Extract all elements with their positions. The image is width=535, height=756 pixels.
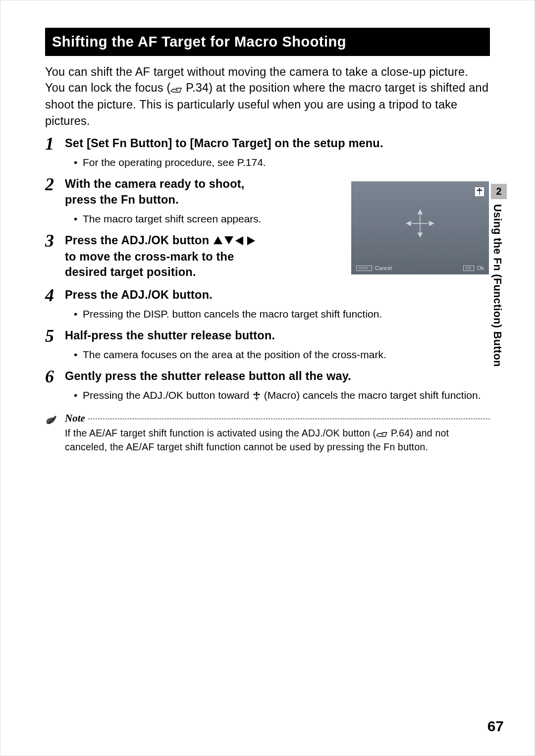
step-1-bullet: For the operating procedure, see P.174. (74, 156, 490, 169)
step-6-bullet-pre: Pressing the ADJ./OK button toward (83, 389, 252, 401)
svg-point-4 (256, 394, 258, 396)
step-number-1: 1 (45, 135, 65, 153)
page-number: 67 (487, 718, 504, 735)
disp-keycap: DISP. (356, 266, 372, 271)
step-6: 6 Gently press the shutter release butto… (45, 369, 490, 406)
svg-marker-16 (407, 221, 411, 225)
svg-marker-15 (418, 233, 422, 237)
side-tab: 2 Using the Fn (Function) Button (491, 184, 507, 367)
step-5: 5 Half-press the shutter release button.… (45, 328, 490, 365)
cancel-label: Cancel (375, 265, 392, 271)
step-1: 1 Set [Set Fn Button] to [Macro Target] … (45, 136, 490, 172)
note-label: Note (65, 412, 85, 425)
step-5-bullet: The camera focuses on the area at the po… (74, 348, 490, 362)
intro-paragraph: You can shift the AF target without movi… (45, 64, 490, 129)
step-6-bullet-post: (Macro) cancels the macro target shift f… (261, 389, 481, 401)
note-ref: P.64 (388, 428, 410, 438)
note-text: If the AE/AF target shift function is ac… (65, 427, 490, 454)
note-divider (88, 419, 490, 419)
ok-label: Ok (477, 265, 484, 271)
manual-page: Shifting the AF Target for Macro Shootin… (0, 0, 535, 756)
chapter-title: Using the Fn (Function) Button (491, 199, 505, 367)
svg-marker-0 (214, 236, 222, 244)
note-block: Note If the AE/AF target shift function … (45, 412, 490, 454)
macro-flower-icon (252, 389, 261, 403)
step-number-4: 4 (45, 286, 65, 304)
intro-ref: P.34 (182, 81, 209, 94)
note-pencil-icon (45, 412, 65, 428)
step-3-title-post: to move the cross-mark to the desired ta… (65, 250, 234, 279)
section-title: Shifting the AF Target for Macro Shootin… (45, 28, 490, 56)
step-6-bullet: Pressing the ADJ./OK button toward (Macr… (74, 388, 490, 403)
svg-point-7 (256, 392, 258, 394)
step-4-bullet: Pressing the DISP. button cancels the ma… (74, 307, 490, 321)
svg-point-8 (479, 190, 480, 191)
step-number-6: 6 (45, 368, 65, 385)
svg-point-9 (477, 190, 479, 191)
step-6-title: Gently press the shutter release button … (65, 369, 490, 384)
svg-marker-2 (235, 236, 243, 245)
svg-point-10 (481, 190, 482, 191)
crosshair-icon (403, 206, 437, 241)
step-2-title: With the camera ready to shoot, press th… (65, 176, 268, 208)
step-2-bullet: The macro target shift screen appears. (74, 212, 268, 226)
chapter-number: 2 (491, 184, 507, 199)
lcd-screenshot: DISP. Cancel OK Ok (351, 181, 489, 274)
ok-keycap: OK (463, 266, 474, 271)
step-4-title: Press the ADJ./OK button. (65, 287, 490, 303)
note-text-pre: If the AE/AF target shift function is ac… (65, 428, 376, 438)
dpad-arrows-icon (213, 233, 256, 249)
svg-marker-17 (429, 221, 433, 225)
step-number-3: 3 (45, 232, 65, 250)
step-1-title: Set [Set Fn Button] to [Macro Target] on… (65, 136, 490, 152)
reference-icon (170, 81, 182, 97)
step-4: 4 Press the ADJ./OK button. Pressing the… (45, 287, 490, 324)
step-number-5: 5 (45, 327, 65, 345)
svg-marker-3 (247, 236, 255, 245)
screenshot-status-bar: DISP. Cancel OK Ok (351, 262, 489, 274)
svg-point-5 (253, 394, 256, 395)
svg-marker-14 (418, 210, 422, 214)
reference-icon (376, 427, 388, 440)
step-number-2: 2 (45, 175, 65, 193)
macro-mode-icon (475, 187, 484, 196)
svg-point-6 (258, 394, 260, 395)
svg-marker-1 (224, 236, 233, 244)
svg-point-11 (479, 188, 481, 190)
step-3-title-pre: Press the ADJ./OK button (65, 234, 213, 247)
step-5-title: Half-press the shutter release button. (65, 328, 490, 344)
step-3-title: Press the ADJ./OK button to move the cro… (65, 233, 268, 280)
